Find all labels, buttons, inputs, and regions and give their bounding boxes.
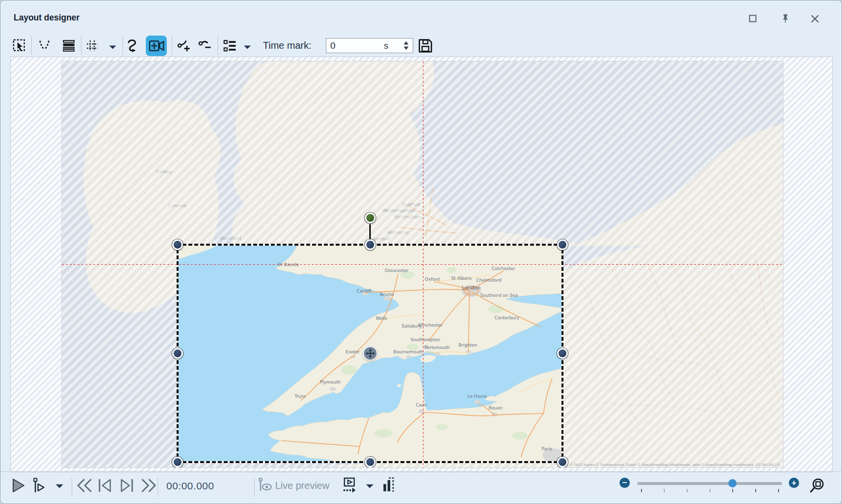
time-mark-spinner[interactable] [401, 39, 411, 52]
node-select-tool-button[interactable] [35, 37, 54, 55]
remove-keyframe-button[interactable] [196, 37, 214, 55]
time-mark-value[interactable]: 0 [330, 40, 336, 51]
toolbar-separator [81, 36, 81, 55]
zoom-slider-tick [710, 489, 711, 492]
select-tool-icon [13, 39, 26, 53]
add-keyframe-button[interactable] [175, 37, 193, 55]
close-button[interactable] [807, 12, 822, 25]
playback-bar: 00:00.000 Live preview [0, 471, 842, 504]
list-dropdown-caret[interactable] [243, 43, 251, 52]
live-preview-toggle[interactable] [258, 477, 273, 493]
time-mark-label: Time mark: [263, 40, 311, 51]
play-options-caret[interactable] [55, 484, 64, 489]
layer-list-button[interactable] [221, 37, 239, 55]
video-frame-area[interactable]: GalwayLimerickWaterfordHerefordWorcester… [61, 61, 783, 468]
render-preview-button[interactable] [342, 477, 357, 493]
design-canvas[interactable]: GalwayLimerickWaterfordHerefordWorcester… [10, 57, 833, 472]
fast-forward-icon [141, 478, 157, 493]
spinner-up-icon[interactable] [403, 41, 409, 45]
zoom-slider[interactable] [637, 482, 782, 494]
select-tool-button[interactable] [10, 37, 29, 55]
statistics-bars-icon [383, 477, 395, 493]
zoom-slider-tick [664, 489, 665, 492]
chevron-down-icon [55, 484, 64, 489]
toolbar-separator [218, 36, 218, 55]
move-handle[interactable] [363, 346, 378, 361]
route-curve-tool-button[interactable] [123, 37, 142, 55]
grid-icon [85, 39, 99, 53]
time-mark-input[interactable]: 0 s [326, 38, 413, 53]
resize-handle-bottom-right[interactable] [557, 457, 568, 467]
resize-handle-top-right[interactable] [557, 239, 568, 250]
remove-keyframe-icon [198, 39, 212, 53]
resize-handle-bottom-center[interactable] [365, 457, 376, 467]
layers-tool-button[interactable] [60, 37, 78, 55]
play-from-marker-button[interactable] [33, 478, 45, 493]
zoom-out-button[interactable]: − [620, 478, 630, 488]
resize-handle-top-center[interactable] [365, 239, 376, 250]
chevron-down-icon [243, 45, 251, 50]
zoom-slider-thumb[interactable] [728, 479, 737, 487]
toolbar-separator [122, 36, 123, 55]
play-icon [12, 478, 25, 493]
play-button[interactable] [12, 478, 25, 493]
layout-designer-window: Layout designer [0, 0, 842, 504]
toolbar: Time mark: 0 s [0, 29, 842, 57]
fast-forward-button[interactable] [141, 478, 157, 493]
maximize-button[interactable] [745, 12, 760, 25]
resize-handle-bottom-left[interactable] [172, 457, 183, 467]
window-title: Layout designer [14, 13, 80, 23]
add-keyframe-icon [177, 39, 191, 53]
pin-button[interactable] [778, 12, 793, 25]
statistics-button[interactable] [383, 477, 395, 493]
map-attribution: © 2023 Karten © Thunderforest, Daten © O… [570, 463, 780, 467]
selected-layer-frame[interactable] [177, 244, 563, 463]
skip-to-end-icon [120, 478, 134, 493]
zoom-slider-tick [778, 489, 779, 492]
grid-dropdown-caret[interactable] [109, 43, 117, 52]
render-options-caret[interactable] [365, 484, 374, 489]
fast-rewind-icon [77, 478, 92, 493]
spinner-down-icon[interactable] [403, 46, 409, 50]
skip-to-start-button[interactable] [98, 478, 112, 493]
zoom-slider-tick [732, 489, 733, 492]
layers-icon [62, 39, 76, 53]
playback-separator [158, 478, 158, 496]
titlebar: Layout designer [0, 0, 842, 29]
viewport-camera-tool-button[interactable] [146, 36, 167, 56]
playback-separator [254, 478, 255, 496]
save-button[interactable] [416, 37, 435, 55]
resize-handle-middle-left[interactable] [172, 348, 183, 359]
play-from-marker-icon [33, 478, 45, 493]
list-icon [223, 39, 237, 53]
chevron-down-icon [109, 45, 117, 50]
pin-icon [782, 14, 789, 23]
zoom-slider-tick [641, 489, 642, 492]
live-preview-label[interactable]: Live preview [275, 480, 329, 491]
node-select-icon [38, 39, 51, 53]
toolbar-separator [172, 36, 172, 55]
playback-separator [72, 478, 72, 496]
zoom-fit-button[interactable] [809, 478, 825, 493]
zoom-slider-track[interactable] [637, 482, 782, 485]
grid-tool-button[interactable] [83, 37, 101, 55]
time-mark-unit: s [384, 41, 388, 51]
fast-rewind-button[interactable] [77, 478, 92, 493]
zoom-slider-tick [687, 489, 688, 492]
zoom-in-button[interactable]: + [789, 478, 799, 488]
toolbar-separator [31, 36, 32, 55]
live-preview-icon [258, 477, 273, 493]
maximize-icon [749, 15, 757, 22]
rotation-handle[interactable] [365, 213, 376, 223]
zoom-fit-icon [809, 478, 825, 493]
skip-to-end-button[interactable] [120, 478, 134, 493]
render-preview-icon [342, 477, 357, 493]
resize-handle-top-left[interactable] [172, 239, 183, 250]
camera-viewport-icon [149, 39, 164, 53]
chevron-down-icon [365, 484, 374, 489]
resize-handle-middle-right[interactable] [557, 348, 568, 359]
move-arrows-icon [365, 349, 375, 358]
zoom-slider-tick [755, 489, 756, 492]
curve-icon [125, 39, 140, 53]
save-icon [418, 38, 433, 54]
